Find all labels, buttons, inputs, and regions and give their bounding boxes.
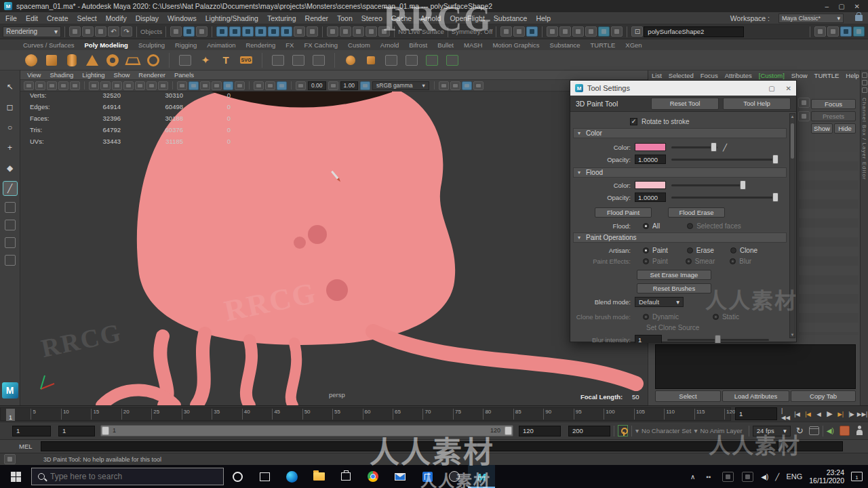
timeline-tick[interactable]: 40 <box>242 409 250 420</box>
open-scene-icon[interactable] <box>82 26 94 37</box>
create-polygon-star-icon[interactable]: ✦ <box>197 52 214 68</box>
xray-icon[interactable] <box>265 81 275 90</box>
menu-texturing[interactable]: Texturing <box>267 14 296 22</box>
hypershade-layout-icon[interactable] <box>5 255 16 266</box>
new-scene-icon[interactable] <box>69 26 81 37</box>
tool-help-button[interactable]: Tool Help <box>723 98 791 110</box>
four-pane-layout-icon[interactable] <box>5 220 16 230</box>
menu-openflight[interactable]: OpenFlight <box>450 14 484 22</box>
resolution-gate-icon[interactable] <box>112 81 122 90</box>
auto-keyframe-icon[interactable] <box>618 425 628 436</box>
range-slider[interactable]: 1 120 <box>100 425 513 436</box>
pen-icon[interactable]: ╱ <box>775 473 779 481</box>
menu-display[interactable]: Display <box>136 14 159 22</box>
character-icon[interactable] <box>855 426 864 436</box>
flood-opacity-field[interactable]: 1.0000 <box>635 192 666 202</box>
symmetry-dropdown[interactable]: Symmetry: Off <box>452 28 493 35</box>
sidebar-toggle-icon[interactable] <box>500 26 512 37</box>
blur-intensity-field[interactable]: 1 <box>635 335 662 343</box>
xgen-icon[interactable] <box>572 26 584 37</box>
timeline-tick[interactable]: 75 <box>453 409 461 420</box>
animation-end-field[interactable]: 200 <box>568 426 610 436</box>
menu-arnold[interactable]: Arnold <box>420 14 441 22</box>
panel-menu-lighting[interactable]: Lighting <box>82 71 104 79</box>
animation-prefs-icon[interactable] <box>840 426 850 436</box>
range-start-handle[interactable] <box>102 426 109 435</box>
ae-copy-tab-icon[interactable] <box>798 98 810 108</box>
play-button[interactable]: ▶ <box>825 407 835 420</box>
ae-load-attributes-button[interactable]: Load Attributes <box>722 390 789 402</box>
flood-color-slider[interactable] <box>671 184 746 186</box>
hypershade-icon[interactable] <box>585 26 597 37</box>
timeline-tick[interactable]: 110 <box>664 409 675 420</box>
ae-menu-custom[interactable]: [Custom] <box>759 72 785 79</box>
render-sequence-icon[interactable] <box>378 26 390 37</box>
range-end-handle[interactable] <box>505 426 512 435</box>
blur-intensity-slider[interactable] <box>667 339 769 341</box>
shadows-icon[interactable] <box>223 81 233 90</box>
lock-camera-icon[interactable] <box>35 81 45 90</box>
platonic-solid-icon[interactable] <box>177 52 193 68</box>
xray-joints-icon[interactable] <box>277 81 287 90</box>
timeline-tick[interactable]: 65 <box>393 409 401 420</box>
panel-menu-panels[interactable]: Panels <box>174 71 194 79</box>
redo-icon[interactable]: ↷ <box>121 26 132 37</box>
ae-select-button[interactable]: Select <box>655 390 721 402</box>
timeline-tick[interactable]: 20 <box>121 409 130 420</box>
playback-loop-icon[interactable]: ↻ <box>796 426 804 436</box>
menu-stereo[interactable]: Stereo <box>361 14 382 22</box>
select-camera-icon[interactable] <box>24 81 34 90</box>
ae-menu-list[interactable]: List <box>652 72 662 79</box>
move-tool-icon[interactable]: + <box>3 141 17 155</box>
file-explorer-button[interactable] <box>305 465 332 488</box>
shaded-icon[interactable] <box>189 81 199 90</box>
image-plane-icon[interactable] <box>70 81 80 90</box>
ae-menu-focus[interactable]: Focus <box>701 72 718 79</box>
current-frame-marker[interactable]: 1 <box>6 409 15 421</box>
separate-icon[interactable] <box>383 52 399 68</box>
menu-lighting-shading[interactable]: Lighting/Shading <box>205 14 258 22</box>
gamma-field[interactable]: 1.00 <box>340 81 359 90</box>
tray-cloud-icon[interactable] <box>722 472 734 482</box>
pause-viewport-icon[interactable] <box>611 26 623 37</box>
snap-curve-icon[interactable] <box>229 26 241 37</box>
language-indicator[interactable]: ENG <box>786 472 802 481</box>
step-back-key-button[interactable]: |◀ <box>803 407 813 420</box>
ae-focus-button[interactable]: Focus <box>811 99 856 109</box>
tool-settings-toggle-icon[interactable] <box>526 26 538 37</box>
fps-dropdown[interactable]: 24 fps ▾ <box>753 426 791 436</box>
timeline-tick[interactable]: 105 <box>634 409 645 420</box>
shelf-tab-turtle[interactable]: TURTLE <box>591 41 616 49</box>
menu-cache[interactable]: Cache <box>391 14 412 22</box>
highlight-selection-icon[interactable] <box>307 26 318 37</box>
ae-notes-area[interactable] <box>655 344 856 389</box>
screen-space-ao-icon[interactable] <box>235 81 245 90</box>
network-icon[interactable] <box>742 472 753 482</box>
isolate-select-icon[interactable] <box>254 81 264 90</box>
render-settings-icon[interactable] <box>366 26 377 37</box>
close-icon[interactable]: ✕ <box>786 85 791 92</box>
close-button[interactable]: ✕ <box>854 3 860 10</box>
combine-icon[interactable] <box>363 52 379 68</box>
quick-selection-field[interactable]: polySurfaceShape2 <box>644 26 744 37</box>
start-button[interactable] <box>0 465 31 488</box>
timeline-tick[interactable]: 55 <box>332 409 340 420</box>
timeline-tick[interactable]: 30 <box>182 409 190 420</box>
svg-tool-icon[interactable]: SVG <box>238 52 254 68</box>
pencil-icon[interactable]: ╱ <box>723 144 727 151</box>
ae-menu-attributes[interactable]: Attributes <box>725 72 752 79</box>
menu-modify[interactable]: Modify <box>106 14 127 22</box>
shelf-tab-substance[interactable]: Substance <box>550 41 580 49</box>
shelf-tab-bifrost[interactable]: Bifrost <box>409 41 427 49</box>
select-component-icon[interactable] <box>196 26 208 37</box>
persp-outliner-layout-icon[interactable] <box>5 237 16 248</box>
rotate-to-stroke-checkbox[interactable]: ✓ <box>630 118 637 125</box>
tool-settings-titlebar[interactable]: M Tool Settings ▢ ✕ <box>570 81 796 96</box>
paint-color-swatch[interactable] <box>635 143 666 151</box>
flood-all-radio[interactable] <box>643 223 649 229</box>
wireframe-icon[interactable] <box>177 81 187 90</box>
lasso-select-tool-icon[interactable]: ◻ <box>3 100 17 114</box>
channel-box-tab[interactable]: Channel Box / Layer Editor <box>861 98 867 180</box>
artisan-erase-radio[interactable] <box>687 247 693 253</box>
timeline-tick[interactable]: 60 <box>363 409 371 420</box>
